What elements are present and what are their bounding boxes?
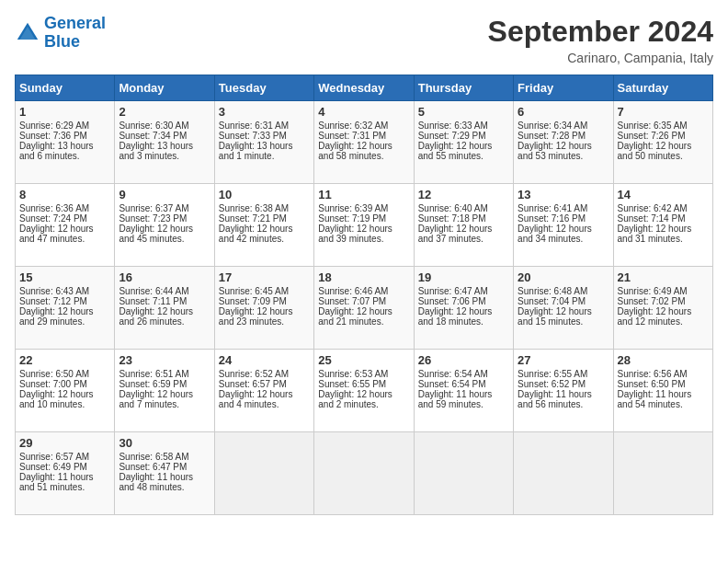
daylight-text: Daylight: 11 hours and 48 minutes. [119, 472, 210, 492]
daylight-text: Daylight: 12 hours and 15 minutes. [518, 306, 609, 327]
day-number: 26 [418, 353, 509, 367]
daylight-text: Daylight: 12 hours and 7 minutes. [119, 389, 210, 409]
sunrise-text: Sunrise: 6:54 AM [418, 369, 509, 379]
sunset-text: Sunset: 6:59 PM [119, 379, 210, 389]
sunrise-text: Sunrise: 6:53 AM [318, 369, 409, 379]
sunrise-text: Sunrise: 6:46 AM [318, 286, 409, 296]
sunset-text: Sunset: 6:54 PM [418, 379, 509, 389]
day-number: 16 [119, 270, 210, 284]
calendar-cell: 17Sunrise: 6:45 AMSunset: 7:09 PMDayligh… [214, 267, 313, 350]
calendar-cell: 12Sunrise: 6:40 AMSunset: 7:18 PMDayligh… [414, 184, 513, 267]
sunrise-text: Sunrise: 6:33 AM [418, 121, 509, 131]
sunset-text: Sunset: 6:55 PM [318, 379, 409, 389]
calendar-week-3: 15Sunrise: 6:43 AMSunset: 7:12 PMDayligh… [16, 267, 713, 350]
sunrise-text: Sunrise: 6:37 AM [119, 203, 210, 213]
calendar-cell: 30Sunrise: 6:58 AMSunset: 6:47 PMDayligh… [115, 432, 214, 515]
day-number: 8 [19, 188, 110, 201]
daylight-text: Daylight: 11 hours and 54 minutes. [618, 389, 709, 409]
sunrise-text: Sunrise: 6:34 AM [518, 121, 609, 131]
daylight-text: Daylight: 12 hours and 53 minutes. [518, 141, 609, 161]
calendar-cell: 27Sunrise: 6:55 AMSunset: 6:52 PMDayligh… [514, 350, 613, 432]
sunset-text: Sunset: 7:04 PM [518, 296, 609, 306]
day-number: 17 [219, 270, 310, 284]
calendar-cell: 16Sunrise: 6:44 AMSunset: 7:11 PMDayligh… [115, 267, 214, 350]
sunrise-text: Sunrise: 6:50 AM [19, 369, 110, 379]
calendar-week-2: 8Sunrise: 6:36 AMSunset: 7:24 PMDaylight… [16, 184, 713, 267]
sunset-text: Sunset: 7:24 PM [19, 213, 110, 224]
day-number: 28 [618, 353, 709, 367]
calendar-cell: 6Sunrise: 6:34 AMSunset: 7:28 PMDaylight… [514, 101, 613, 184]
day-number: 15 [19, 270, 110, 284]
calendar-cell: 13Sunrise: 6:41 AMSunset: 7:16 PMDayligh… [514, 184, 613, 267]
day-number: 27 [518, 353, 609, 367]
day-number: 29 [19, 436, 110, 450]
calendar-cell [613, 432, 712, 515]
sunset-text: Sunset: 6:57 PM [219, 379, 310, 389]
day-number: 7 [618, 105, 709, 119]
calendar-cell: 5Sunrise: 6:33 AMSunset: 7:29 PMDaylight… [414, 101, 513, 184]
calendar-cell: 8Sunrise: 6:36 AMSunset: 7:24 PMDaylight… [16, 184, 115, 267]
sunrise-text: Sunrise: 6:39 AM [318, 203, 409, 213]
sunset-text: Sunset: 7:12 PM [19, 296, 110, 306]
day-number: 9 [119, 188, 210, 201]
col-header-thursday: Thursday [414, 75, 513, 101]
sunset-text: Sunset: 7:02 PM [618, 296, 709, 306]
calendar-cell: 26Sunrise: 6:54 AMSunset: 6:54 PMDayligh… [414, 350, 513, 432]
calendar-cell: 25Sunrise: 6:53 AMSunset: 6:55 PMDayligh… [314, 350, 414, 432]
calendar-cell: 24Sunrise: 6:52 AMSunset: 6:57 PMDayligh… [214, 350, 313, 432]
sunset-text: Sunset: 7:36 PM [19, 131, 110, 141]
day-number: 4 [318, 105, 409, 119]
sunset-text: Sunset: 7:19 PM [318, 213, 409, 224]
daylight-text: Daylight: 12 hours and 47 minutes. [19, 224, 110, 244]
logo-text: General Blue [44, 15, 106, 52]
day-number: 18 [318, 270, 409, 284]
calendar-cell: 14Sunrise: 6:42 AMSunset: 7:14 PMDayligh… [613, 184, 712, 267]
calendar-cell: 21Sunrise: 6:49 AMSunset: 7:02 PMDayligh… [613, 267, 712, 350]
day-number: 1 [19, 105, 110, 119]
day-number: 13 [518, 188, 609, 201]
sunrise-text: Sunrise: 6:47 AM [418, 286, 509, 296]
col-header-saturday: Saturday [613, 75, 712, 101]
calendar-cell [214, 432, 313, 515]
daylight-text: Daylight: 12 hours and 37 minutes. [418, 224, 509, 244]
sunset-text: Sunset: 6:52 PM [518, 379, 609, 389]
sunset-text: Sunset: 7:28 PM [518, 131, 609, 141]
sunset-text: Sunset: 6:49 PM [19, 462, 110, 472]
daylight-text: Daylight: 12 hours and 4 minutes. [219, 389, 310, 409]
day-number: 14 [618, 188, 709, 201]
day-number: 20 [518, 270, 609, 284]
sunrise-text: Sunrise: 6:41 AM [518, 203, 609, 213]
sunset-text: Sunset: 6:47 PM [119, 462, 210, 472]
month-title: September 2024 [488, 15, 713, 49]
calendar-week-1: 1Sunrise: 6:29 AMSunset: 7:36 PMDaylight… [16, 101, 713, 184]
calendar-week-4: 22Sunrise: 6:50 AMSunset: 7:00 PMDayligh… [16, 350, 713, 432]
day-number: 22 [19, 353, 110, 367]
sunset-text: Sunset: 7:00 PM [19, 379, 110, 389]
day-number: 19 [418, 270, 509, 284]
sunrise-text: Sunrise: 6:56 AM [618, 369, 709, 379]
sunrise-text: Sunrise: 6:51 AM [119, 369, 210, 379]
sunrise-text: Sunrise: 6:40 AM [418, 203, 509, 213]
day-number: 2 [119, 105, 210, 119]
calendar-cell: 2Sunrise: 6:30 AMSunset: 7:34 PMDaylight… [115, 101, 214, 184]
calendar-cell: 19Sunrise: 6:47 AMSunset: 7:06 PMDayligh… [414, 267, 513, 350]
sunset-text: Sunset: 7:06 PM [418, 296, 509, 306]
daylight-text: Daylight: 12 hours and 39 minutes. [318, 224, 409, 244]
calendar-cell: 18Sunrise: 6:46 AMSunset: 7:07 PMDayligh… [314, 267, 414, 350]
calendar-cell: 7Sunrise: 6:35 AMSunset: 7:26 PMDaylight… [613, 101, 712, 184]
day-number: 11 [318, 188, 409, 201]
calendar-table: SundayMondayTuesdayWednesdayThursdayFrid… [15, 75, 713, 515]
calendar-cell: 15Sunrise: 6:43 AMSunset: 7:12 PMDayligh… [16, 267, 115, 350]
daylight-text: Daylight: 12 hours and 18 minutes. [418, 306, 509, 327]
sunrise-text: Sunrise: 6:45 AM [219, 286, 310, 296]
title-block: September 2024 Carinaro, Campania, Italy [488, 15, 713, 65]
sunset-text: Sunset: 7:21 PM [219, 213, 310, 224]
day-number: 30 [119, 436, 210, 450]
daylight-text: Daylight: 11 hours and 59 minutes. [418, 389, 509, 409]
sunset-text: Sunset: 7:14 PM [618, 213, 709, 224]
location: Carinaro, Campania, Italy [488, 51, 713, 65]
daylight-text: Daylight: 12 hours and 50 minutes. [618, 141, 709, 161]
daylight-text: Daylight: 12 hours and 12 minutes. [618, 306, 709, 327]
day-number: 21 [618, 270, 709, 284]
sunrise-text: Sunrise: 6:43 AM [19, 286, 110, 296]
